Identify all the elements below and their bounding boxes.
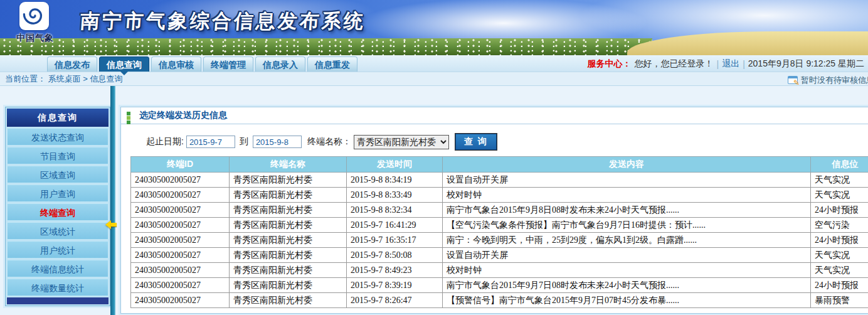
table-cell: 设置自动开关屏 xyxy=(443,248,811,263)
sidebar-item-user-stats[interactable]: 用户统计 xyxy=(7,241,109,259)
table-cell: 天气实况 xyxy=(811,248,868,263)
table-cell: 2015-9-7 8:49:23 xyxy=(347,263,443,278)
sidebar-item-terminal-count-stats[interactable]: 终端数量统计 xyxy=(7,279,109,296)
table-cell: 设置自动开关屏 xyxy=(443,173,811,188)
nav-tab-info-entry[interactable]: 信息录入 xyxy=(255,56,305,72)
panel-title: 选定终端发送历史信息 xyxy=(139,110,227,121)
col-header-4: 信息位 xyxy=(811,157,868,173)
terminal-name-label: 终端名称： xyxy=(307,136,351,147)
sidebar-item-send-status-query[interactable]: 发送状态查询 xyxy=(7,128,109,146)
table-cell: 2015-9-7 8:26:47 xyxy=(347,293,443,308)
table-header-row: 终端ID终端名称发送时间发送内容信息位 xyxy=(131,157,868,173)
table-cell: 校对时钟 xyxy=(443,188,811,203)
table-cell: 天气实况 xyxy=(811,173,868,188)
query-form: 起止日期: 到 终端名称： 青秀区南阳新光村委 查 询 xyxy=(146,134,868,150)
table-cell: 240305002005027 xyxy=(131,233,230,248)
user-bar: 服务中心： 您好，您已经登录！ | 退出 | 2015年9月8日 9:12:25… xyxy=(588,55,865,72)
date-from-input[interactable] xyxy=(186,136,235,148)
note-pencil-icon: ✎ xyxy=(788,76,798,84)
table-cell: 240305002005027 xyxy=(131,218,230,233)
table-cell: 24小时预报 xyxy=(811,203,868,218)
arrow-stem xyxy=(111,223,117,227)
cma-logo xyxy=(19,2,49,30)
cma-spiral-icon xyxy=(23,3,46,29)
nav-tab-info-query[interactable]: 信息查询 xyxy=(99,56,149,72)
table-cell: 240305002005027 xyxy=(131,173,230,188)
nav-tabs: 信息发布信息查询信息审核终端管理信息录入信息重发 xyxy=(47,56,357,72)
sidebar: 信息查询 发送状态查询节目查询区域查询用户查询终端查询区域统计用户统计终端信息统… xyxy=(5,107,110,306)
sidebar-item-terminal-info-stats[interactable]: 终端信息统计 xyxy=(7,260,109,277)
sidebar-menu: 发送状态查询节目查询区域查询用户查询终端查询区域统计用户统计终端信息统计终端数量… xyxy=(7,128,109,296)
date-to-input[interactable] xyxy=(253,136,302,148)
table-row: 240305002005027青秀区南阳新光村委2015-9-7 8:49:23… xyxy=(131,263,868,278)
col-header-3: 发送内容 xyxy=(443,157,811,173)
table-row: 240305002005027青秀区南阳新光村委2015-9-8 8:34:19… xyxy=(131,173,868,188)
table-cell: 青秀区南阳新光村委 xyxy=(230,218,347,233)
page: 中国气象 南宁市气象综合信息发布系统 信息发布信息查询信息审核终端管理信息录入信… xyxy=(0,0,868,315)
table-cell: 青秀区南阳新光村委 xyxy=(230,248,347,263)
login-greeting: 您好，您已经登录！ xyxy=(635,58,714,70)
date-range-label: 起止日期: xyxy=(146,136,184,147)
table-cell: 空气污染 xyxy=(811,218,868,233)
separator: | xyxy=(717,59,719,69)
site-title: 南宁市气象综合信息发布系统 xyxy=(80,8,367,35)
arrow-head xyxy=(105,220,111,229)
table-cell: 240305002005027 xyxy=(131,203,230,218)
nav-tab-terminal-manage[interactable]: 终端管理 xyxy=(203,56,253,72)
sidebar-item-region-stats[interactable]: 区域统计 xyxy=(7,222,109,240)
table-cell: 240305002005027 xyxy=(131,248,230,263)
table-row: 240305002005027青秀区南阳新光村委2015-9-7 16:35:1… xyxy=(131,233,868,248)
table-cell: 暴雨预警 xyxy=(811,293,868,308)
table-cell: 青秀区南阳新光村委 xyxy=(230,233,347,248)
table-cell: 青秀区南阳新光村委 xyxy=(230,173,347,188)
table-cell: 2015-9-7 16:35:17 xyxy=(347,233,443,248)
breadcrumb: 系统桌面 > 信息查询 xyxy=(48,74,123,83)
grid-squares-icon xyxy=(127,112,135,120)
nav-tab-info-resend[interactable]: 信息重发 xyxy=(307,56,357,72)
table-row: 240305002005027青秀区南阳新光村委2015-9-7 8:39:19… xyxy=(131,278,868,293)
logo-caption: 中国气象 xyxy=(13,33,58,44)
collapse-arrow-icon[interactable] xyxy=(105,220,118,229)
table-cell: 天气实况 xyxy=(811,263,868,278)
sidebar-collapse-divider[interactable] xyxy=(110,86,115,315)
table-cell: 青秀区南阳新光村委 xyxy=(230,188,347,203)
sidebar-title: 信息查询 xyxy=(7,109,109,127)
table-cell: 240305002005027 xyxy=(131,278,230,293)
nav-tab-info-publish[interactable]: 信息发布 xyxy=(47,56,97,72)
audit-notice: ✎ 暂时没有待审核信息 xyxy=(788,73,868,87)
table-cell: 240305002005027 xyxy=(131,263,230,278)
table-cell: 南宁：今晚到明天，中雨，25到29度，偏东风1到2级。白露蹭...... xyxy=(443,233,811,248)
table-row: 240305002005027青秀区南阳新光村委2015-9-7 8:26:47… xyxy=(131,293,868,308)
query-button[interactable]: 查 询 xyxy=(455,134,497,150)
sidebar-footer xyxy=(7,297,109,304)
table-cell: 南宁市气象台2015年9月8日08时发布未来24小时天气预报...... xyxy=(443,203,811,218)
table-cell: 青秀区南阳新光村委 xyxy=(230,203,347,218)
table-row: 240305002005027青秀区南阳新光村委2015-9-8 8:33:49… xyxy=(131,188,868,203)
table-cell: 2015-9-8 8:32:34 xyxy=(347,203,443,218)
separator: | xyxy=(743,59,745,69)
banner: 中国气象 南宁市气象综合信息发布系统 xyxy=(0,0,868,55)
table-cell: 天气实况 xyxy=(811,188,868,203)
table-cell: 24小时预报 xyxy=(811,278,868,293)
table-cell: 2015-9-8 8:34:19 xyxy=(347,173,443,188)
breadcrumb-location-label: 当前位置： xyxy=(5,74,46,83)
terminal-select[interactable]: 青秀区南阳新光村委 xyxy=(354,135,449,149)
col-header-2: 发送时间 xyxy=(347,157,443,173)
sidebar-item-terminal-query[interactable]: 终端查询 xyxy=(7,203,109,221)
page-body: 信息查询 发送状态查询节目查询区域查询用户查询终端查询区域统计用户统计终端信息统… xyxy=(0,86,868,315)
table-cell: 2015-9-7 8:39:19 xyxy=(347,278,443,293)
datetime-display: 2015年9月8日 9:12:25 星期二 xyxy=(748,58,864,70)
breadcrumb-bar: 当前位置： 系统桌面 > 信息查询 ✎ 暂时没有待审核信息 xyxy=(0,72,868,86)
logout-link[interactable]: 退出 xyxy=(722,58,739,70)
table-cell: 青秀区南阳新光村委 xyxy=(230,293,347,308)
table-cell: 240305002005027 xyxy=(131,293,230,308)
table-cell: 校对时钟 xyxy=(443,263,811,278)
panel-title-bar: 选定终端发送历史信息 xyxy=(121,107,868,124)
sidebar-item-user-query[interactable]: 用户查询 xyxy=(7,184,109,202)
nav-tab-info-audit[interactable]: 信息审核 xyxy=(151,56,201,72)
sidebar-item-program-query[interactable]: 节目查询 xyxy=(7,147,109,164)
table-cell: 南宁市气象台2015年9月7日08时发布未来24小时天气预报...... xyxy=(443,278,811,293)
sidebar-item-region-query[interactable]: 区域查询 xyxy=(7,166,109,183)
table-cell: 2015-9-7 8:50:08 xyxy=(347,248,443,263)
table-cell: 【空气污染气象条件预报】南宁市气象台9月7日16时提供：预计...... xyxy=(443,218,811,233)
